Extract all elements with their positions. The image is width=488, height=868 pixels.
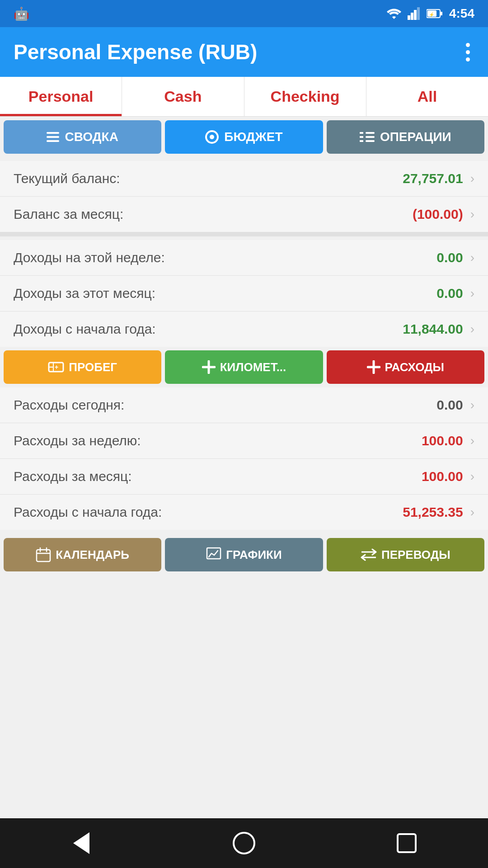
yearly-income-row[interactable]: Доходы с начала года: 11,844.00 › — [0, 311, 488, 347]
monthly-expense-value: 100.00 — [422, 469, 463, 484]
weekly-expense-value: 100.00 — [422, 433, 463, 448]
current-balance-label: Текущий баланс: — [14, 171, 120, 186]
chevron-right-icon: › — [470, 171, 474, 186]
expense-stats-section: Расходы сегодня: 0.00 › Расходы за недел… — [0, 387, 488, 530]
app-title: Personal Expense (RUB) — [14, 40, 257, 64]
battery-icon: ⚡ — [427, 9, 443, 19]
income-stats-section: Доходы на этой неделе: 0.00 › Доходы за … — [0, 240, 488, 347]
bottom-buttons-row: КАЛЕНДАРЬ ГРАФИКИ ПЕРЕВОДЫ — [0, 534, 488, 575]
grafiki-button[interactable]: ГРАФИКИ — [165, 538, 323, 571]
chevron-right-icon: › — [470, 322, 474, 336]
monthly-expense-label: Расходы за месяц: — [14, 469, 132, 484]
chevron-right-icon: › — [470, 434, 474, 448]
monthly-balance-row[interactable]: Баланс за месяц: (100.00) › — [0, 197, 488, 232]
tabs-container: Personal Cash Checking All — [0, 77, 488, 117]
yearly-income-label: Доходы с начала года: — [14, 321, 156, 337]
budget-button[interactable]: БЮДЖЕТ — [165, 120, 323, 154]
svodka-icon — [47, 132, 59, 142]
operations-icon — [360, 132, 375, 142]
weekly-expense-row[interactable]: Расходы за неделю: 100.00 › — [0, 423, 488, 459]
tab-all[interactable]: All — [366, 77, 488, 116]
operations-button[interactable]: ОПЕРАЦИИ — [327, 120, 484, 154]
weekly-expense-label: Расходы за неделю: — [14, 433, 141, 448]
today-expense-label: Расходы сегодня: — [14, 397, 124, 413]
menu-button[interactable] — [461, 38, 474, 66]
chevron-right-icon: › — [470, 207, 474, 222]
nav-home-button[interactable] — [226, 825, 262, 861]
back-icon — [73, 832, 89, 854]
chevron-right-icon: › — [470, 250, 474, 265]
monthly-income-label: Доходы за этот месяц: — [14, 286, 155, 301]
perevody-button[interactable]: ПЕРЕВОДЫ — [327, 538, 484, 571]
svg-rect-16 — [37, 550, 50, 561]
app-bar: Personal Expense (RUB) — [0, 27, 488, 77]
tab-personal[interactable]: Personal — [0, 77, 122, 116]
yearly-income-value: 11,844.00 — [403, 321, 463, 337]
svg-text:⚡: ⚡ — [429, 12, 435, 18]
tab-checking[interactable]: Checking — [244, 77, 366, 116]
current-balance-value: 27,757.01 — [403, 171, 463, 186]
svg-text:+: + — [55, 363, 58, 371]
probeg-icon: + — [48, 359, 64, 375]
budget-icon — [205, 130, 219, 144]
probeg-button[interactable]: + ПРОБЕГ — [4, 350, 161, 384]
calendar-icon — [36, 547, 51, 562]
current-balance-row[interactable]: Текущий баланс: 27,757.01 › — [0, 161, 488, 197]
nav-back-button[interactable] — [63, 825, 99, 861]
nav-bar — [0, 818, 488, 868]
section-divider-1 — [0, 232, 488, 236]
status-bar: 🤖 ⚡ 4:54 — [0, 0, 488, 27]
weekly-income-row[interactable]: Доходы на этой неделе: 0.00 › — [0, 240, 488, 276]
android-icon: 🤖 — [14, 6, 29, 21]
monthly-income-row[interactable]: Доходы за этот месяц: 0.00 › — [0, 276, 488, 311]
today-expense-row[interactable]: Расходы сегодня: 0.00 › — [0, 387, 488, 423]
svg-rect-2 — [414, 10, 417, 20]
signal-icon — [408, 7, 420, 20]
kalendar-button[interactable]: КАЛЕНДАРЬ — [4, 538, 161, 571]
svg-rect-0 — [408, 15, 410, 20]
svg-rect-5 — [440, 12, 442, 15]
recents-icon — [397, 833, 417, 853]
chevron-right-icon: › — [470, 505, 474, 519]
action-buttons-row: СВОДКА БЮДЖЕТ ОПЕРАЦИИ — [0, 117, 488, 157]
today-expense-value: 0.00 — [436, 397, 463, 413]
monthly-balance-label: Баланс за месяц: — [14, 207, 123, 222]
nav-recents-button[interactable] — [389, 825, 425, 861]
weekly-income-value: 0.00 — [436, 250, 463, 265]
chevron-right-icon: › — [470, 398, 474, 412]
status-icons: ⚡ 4:54 — [387, 6, 474, 21]
yearly-expense-label: Расходы с начала года: — [14, 505, 162, 520]
kilometr-button[interactable]: КИЛОМЕТ... — [165, 350, 323, 384]
middle-buttons-row: + ПРОБЕГ КИЛОМЕТ... РАСХОДЫ — [0, 347, 488, 387]
home-icon — [233, 832, 255, 854]
plus-icon — [202, 360, 216, 374]
tab-cash[interactable]: Cash — [122, 77, 244, 116]
yearly-expense-value: 51,253.35 — [403, 505, 463, 520]
svodka-button[interactable]: СВОДКА — [4, 120, 161, 154]
svg-rect-3 — [417, 7, 420, 20]
yearly-expense-row[interactable]: Расходы с начала года: 51,253.35 › — [0, 495, 488, 530]
chart-icon — [206, 547, 221, 562]
chevron-right-icon: › — [470, 286, 474, 301]
monthly-expense-row[interactable]: Расходы за месяц: 100.00 › — [0, 459, 488, 495]
monthly-balance-value: (100.00) — [413, 207, 463, 222]
weekly-income-label: Доходы на этой неделе: — [14, 250, 165, 265]
plus-icon-2 — [367, 360, 380, 374]
chevron-right-icon: › — [470, 469, 474, 484]
monthly-income-value: 0.00 — [436, 286, 463, 301]
rashody-button[interactable]: РАСХОДЫ — [327, 350, 484, 384]
balance-stats-section: Текущий баланс: 27,757.01 › Баланс за ме… — [0, 161, 488, 232]
svg-rect-1 — [411, 13, 413, 20]
wifi-icon — [387, 8, 401, 19]
main-content-area — [0, 575, 488, 818]
status-time: 4:54 — [449, 6, 474, 21]
transfer-icon — [361, 548, 377, 561]
